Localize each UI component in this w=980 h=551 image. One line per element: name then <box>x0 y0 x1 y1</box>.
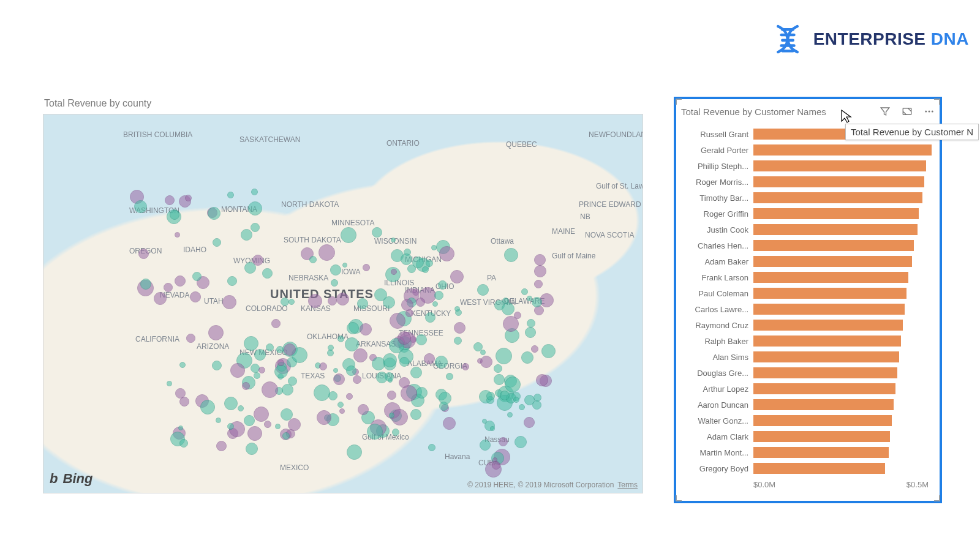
map-bubble[interactable] <box>216 441 227 451</box>
map-bubble[interactable] <box>525 327 536 338</box>
map-bubble[interactable] <box>134 200 147 213</box>
map-bubble[interactable] <box>383 353 397 367</box>
map-bubble[interactable] <box>519 404 525 410</box>
focus-mode-icon[interactable] <box>902 106 913 117</box>
map-bubble[interactable] <box>401 253 412 265</box>
map-bubble[interactable] <box>244 415 255 426</box>
map-bubble[interactable] <box>391 238 396 242</box>
map-bubble[interactable] <box>154 292 167 305</box>
map-bubble[interactable] <box>416 334 427 345</box>
map-bubble[interactable] <box>372 227 382 238</box>
map-bubble[interactable] <box>179 362 186 368</box>
bar-row[interactable]: Alan Sims <box>682 349 933 365</box>
map-bubble[interactable] <box>346 393 353 400</box>
map-bubble[interactable] <box>505 377 521 392</box>
bar-row[interactable]: Adam Baker <box>682 253 933 269</box>
map-bubble[interactable] <box>536 374 548 386</box>
map-bubble[interactable] <box>185 195 192 201</box>
map-bubble[interactable] <box>224 397 238 410</box>
map-bubble[interactable] <box>391 409 408 425</box>
bar-row[interactable]: Phillip Steph... <box>682 158 933 174</box>
map-bubble[interactable] <box>496 348 512 364</box>
map-bubble[interactable] <box>480 350 486 355</box>
more-options-icon[interactable] <box>924 106 935 117</box>
bar-row[interactable]: Aaron Duncan <box>682 397 933 413</box>
bar-row[interactable]: Ralph Baker <box>682 333 933 349</box>
map-bubble[interactable] <box>254 407 269 422</box>
map-bubble[interactable] <box>258 367 265 373</box>
bar-chart-visual[interactable]: Total Revenue by Customer Names Russell … <box>674 97 942 503</box>
bar-row[interactable]: Paul Coleman <box>682 285 933 301</box>
map-bubble[interactable] <box>454 322 466 334</box>
map-bubble[interactable] <box>398 331 411 345</box>
resize-handle-bl[interactable] <box>676 495 682 501</box>
map-bubble[interactable] <box>216 418 221 423</box>
bar-row[interactable]: Justin Cook <box>682 222 933 238</box>
bar-row[interactable]: Martin Mont... <box>682 444 933 460</box>
map-bubble[interactable] <box>190 291 201 302</box>
map-bubble[interactable] <box>327 350 334 356</box>
map-bubble[interactable] <box>341 227 356 243</box>
map-bubble[interactable] <box>274 365 288 378</box>
bar-row[interactable]: Arthur Lopez <box>682 381 933 397</box>
bar-row[interactable]: Raymond Cruz <box>682 317 933 333</box>
map-bubble[interactable] <box>192 272 202 281</box>
funnel-icon[interactable] <box>880 106 891 117</box>
map-bubble[interactable] <box>454 306 460 312</box>
bar-row[interactable]: Adam Clark <box>682 429 933 444</box>
bar-chart-body[interactable]: Russell GrantGerald PorterPhillip Steph.… <box>682 126 933 476</box>
map-bubble[interactable] <box>428 444 435 451</box>
map-bubble[interactable] <box>410 367 422 378</box>
bar-row[interactable]: Gerald Porter <box>682 142 933 158</box>
map-bubble[interactable] <box>247 426 262 441</box>
map-bubble[interactable] <box>288 299 295 305</box>
map-bubble[interactable] <box>333 373 345 385</box>
map-bubble[interactable] <box>179 397 189 407</box>
map-bubble[interactable] <box>339 408 345 414</box>
map-visual[interactable]: Total Revenue by county UNITED STATES BR… <box>43 98 643 500</box>
map-bubble[interactable] <box>248 201 262 216</box>
map-bubble[interactable] <box>277 359 284 366</box>
map-bubble[interactable] <box>288 377 297 386</box>
map-bubble[interactable] <box>262 381 278 398</box>
map-bubble[interactable] <box>494 364 502 373</box>
map-bubble[interactable] <box>482 419 487 424</box>
map-bubble[interactable] <box>213 238 221 247</box>
map-bubble[interactable] <box>385 372 394 381</box>
map-bubble[interactable] <box>439 402 448 411</box>
map-bubble[interactable] <box>358 404 369 415</box>
map-bubble[interactable] <box>200 400 215 414</box>
map-bubble[interactable] <box>492 461 500 470</box>
map-bubble[interactable] <box>251 223 260 232</box>
map-bubble[interactable] <box>486 392 495 400</box>
bar-row[interactable]: Roger Morris... <box>682 174 933 190</box>
map-bubble[interactable] <box>266 343 274 351</box>
bar-row[interactable]: Carlos Lawre... <box>682 301 933 317</box>
map-bubble[interactable] <box>164 283 173 292</box>
map-bubble[interactable] <box>426 260 433 267</box>
map-bubble[interactable] <box>416 298 425 307</box>
map-bubble[interactable] <box>534 254 546 266</box>
map-bubble[interactable] <box>251 189 258 195</box>
map-bubble[interactable] <box>314 384 330 401</box>
map-bubble[interactable] <box>499 437 508 446</box>
map-bubble[interactable] <box>318 244 335 261</box>
map-bubble[interactable] <box>140 279 151 290</box>
bar-row[interactable]: Frank Larson <box>682 269 933 285</box>
bar-row[interactable]: Roger Griffin <box>682 206 933 222</box>
map-bubble[interactable] <box>331 279 338 287</box>
map-bubble[interactable] <box>246 443 258 455</box>
map-bubble[interactable] <box>252 255 263 266</box>
map-bubble[interactable] <box>524 417 535 428</box>
map-bubble[interactable] <box>208 325 224 340</box>
map-bubble[interactable] <box>494 374 505 385</box>
map-bubble[interactable] <box>346 365 356 376</box>
map-bubble[interactable] <box>330 264 341 276</box>
map-bubble[interactable] <box>387 391 396 400</box>
map-bubble[interactable] <box>438 280 447 290</box>
map-bubble[interactable] <box>477 284 489 296</box>
map-bubble[interactable] <box>502 302 514 315</box>
map-bubble[interactable] <box>439 246 454 261</box>
map-bubble[interactable] <box>170 210 179 220</box>
map-bubble[interactable] <box>165 195 175 205</box>
